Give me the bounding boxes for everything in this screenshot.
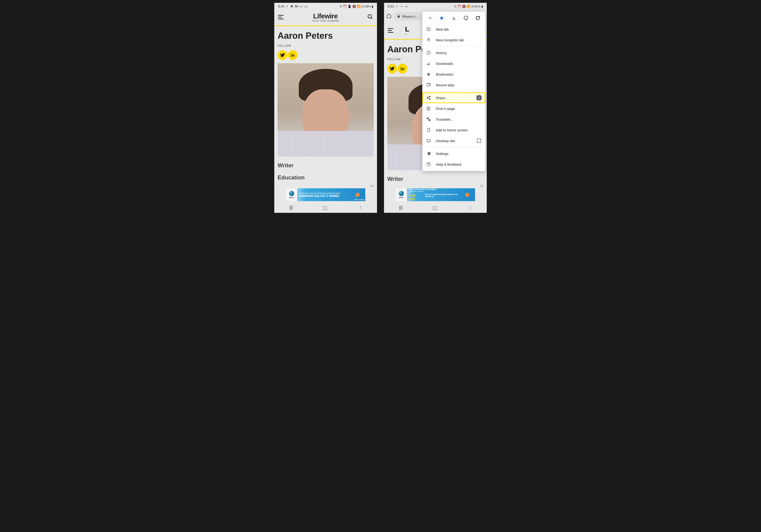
battery-text: 58% — [365, 5, 371, 8]
menu-label: Share… — [436, 96, 449, 100]
menu-toolbar — [422, 13, 485, 24]
menu-share[interactable]: Share… ≡ — [422, 92, 485, 103]
recent-tabs-icon — [426, 82, 431, 87]
menu-label: Add to Home screen — [436, 128, 468, 132]
nfc-icon: ℕ — [454, 5, 456, 8]
forward-button[interactable] — [427, 15, 432, 21]
svg-point-14 — [428, 108, 429, 109]
screen-chrome-menu: 5:31 ✓ ▪ ▭ ℕ ⏰ 🔇 📶 ıll 62% ▮ lifewire.c — [384, 3, 487, 213]
reload-button[interactable] — [475, 15, 480, 21]
android-nav-bar: ||| ▢ 〈 — [384, 202, 487, 213]
menu-add-home[interactable]: Add to Home screen — [422, 125, 485, 135]
home-icon[interactable] — [386, 13, 391, 19]
info-button[interactable] — [463, 15, 469, 21]
linkedin-icon[interactable] — [288, 50, 298, 60]
status-time: 5:31 — [388, 4, 394, 8]
status-icon: ▭ — [299, 4, 303, 8]
menu-recent-tabs[interactable]: Recent tabs — [422, 80, 485, 90]
share-app-badge: ≡ — [476, 95, 482, 100]
mute-icon: 🔇 — [352, 5, 356, 8]
history-icon — [426, 50, 431, 55]
new-tab-icon — [426, 27, 431, 32]
ad-amount: $700 OFF — [409, 194, 424, 201]
menu-label: History — [436, 51, 447, 55]
author-name: Aaron Peters — [277, 31, 374, 41]
ad-offer-details: Offer Details — [354, 198, 364, 201]
ad-line2: SAMSUNG GALAXY Z SERIES — [299, 194, 354, 198]
menu-icon[interactable] — [278, 15, 284, 19]
desktop-checkbox[interactable] — [477, 138, 481, 143]
menu-desktop-site[interactable]: Desktop site — [422, 135, 485, 146]
recents-button[interactable]: ||| — [399, 205, 403, 210]
site-header: Lifewire TECH FOR HUMANS — [274, 10, 377, 26]
menu-label: Help & feedback — [436, 162, 461, 166]
svg-line-1 — [371, 18, 372, 19]
svg-rect-9 — [427, 84, 430, 86]
menu-label: Recent tabs — [436, 83, 454, 87]
home-button[interactable]: ▢ — [323, 205, 327, 210]
svg-rect-16 — [427, 139, 431, 142]
linkedin-icon[interactable] — [397, 64, 407, 74]
signal-icon: ıll — [362, 5, 364, 8]
menu-find[interactable]: Find in page — [422, 103, 485, 114]
desktop-icon — [426, 138, 431, 143]
status-icon: ✓ — [395, 4, 399, 8]
incognito-icon — [426, 37, 431, 42]
menu-translate[interactable]: Translate… — [422, 114, 485, 125]
ad-banner[interactable]: AT&T NEW & EXISTING CUSTOMERS Learn how … — [396, 188, 475, 201]
alarm-icon: ⏰ — [457, 5, 461, 8]
chrome-overflow-menu: New tab New Incognito tab History Downlo… — [422, 12, 485, 171]
battery-icon: ▮ — [372, 5, 373, 8]
menu-label: New Incognito tab — [436, 38, 464, 42]
vibrate-icon: 📳 — [348, 5, 351, 8]
back-button[interactable]: 〈 — [467, 204, 472, 211]
wifi-icon: 📶 — [357, 5, 361, 8]
menu-icon[interactable] — [388, 28, 393, 33]
menu-label: Bookmarks — [436, 72, 453, 76]
add-home-icon — [426, 128, 431, 133]
battery-icon: ▮ — [481, 5, 483, 8]
menu-label: Downloads — [436, 62, 453, 66]
twitter-icon[interactable] — [277, 50, 287, 60]
brand-logo[interactable]: Lifewire TECH FOR HUMANS — [312, 12, 339, 22]
status-icon: ▭ — [304, 4, 308, 8]
status-time: 5:24 — [278, 4, 284, 8]
android-nav-bar: ||| ▢ 〈 — [274, 202, 377, 213]
download-button[interactable] — [451, 15, 456, 21]
star-icon — [426, 72, 431, 77]
ad-top: NEW & EXISTING CUSTOMERS — [409, 188, 463, 190]
ad-label: Ad — [370, 184, 374, 187]
menu-label: Settings — [436, 152, 448, 156]
url-text: lifewire.c… — [402, 15, 419, 19]
battery-text: 62% — [474, 5, 480, 8]
status-icon: ▭ — [404, 4, 408, 8]
bookmark-button[interactable] — [439, 15, 444, 21]
twitter-icon[interactable] — [387, 64, 397, 74]
section-writer: Writer — [387, 176, 484, 182]
lock-icon — [397, 15, 400, 18]
menu-incognito[interactable]: New Incognito tab — [422, 34, 485, 45]
menu-downloads[interactable]: Downloads — [422, 58, 485, 69]
svg-point-10 — [429, 96, 431, 97]
brand-tagline: TECH FOR HUMANS — [312, 20, 339, 22]
menu-bookmarks[interactable]: Bookmarks — [422, 69, 485, 80]
brand-tagline-partial: T — [405, 33, 409, 36]
signal-icon: ıll — [471, 5, 473, 8]
nfc-icon: ℕ — [340, 5, 342, 8]
menu-label: Desktop site — [436, 139, 455, 143]
back-button[interactable]: 〈 — [357, 204, 362, 211]
ad-cta-icon[interactable]: › — [356, 193, 360, 197]
section-education: Education — [277, 174, 374, 181]
menu-new-tab[interactable]: New tab — [422, 24, 485, 34]
svg-rect-13 — [427, 107, 430, 110]
menu-settings[interactable]: Settings — [422, 148, 485, 159]
page-content: Aaron Peters FOLLOW Writer Education — [274, 26, 377, 213]
search-button[interactable] — [367, 14, 373, 21]
gear-icon — [426, 151, 431, 156]
ad-cta-icon[interactable]: › — [465, 193, 469, 197]
menu-history[interactable]: History — [422, 47, 485, 58]
ad-banner[interactable]: AT&T Learn how new and existing customer… — [286, 188, 365, 201]
home-button[interactable]: ▢ — [433, 205, 437, 210]
recents-button[interactable]: ||| — [289, 205, 293, 210]
menu-help[interactable]: Help & feedback — [422, 159, 485, 170]
